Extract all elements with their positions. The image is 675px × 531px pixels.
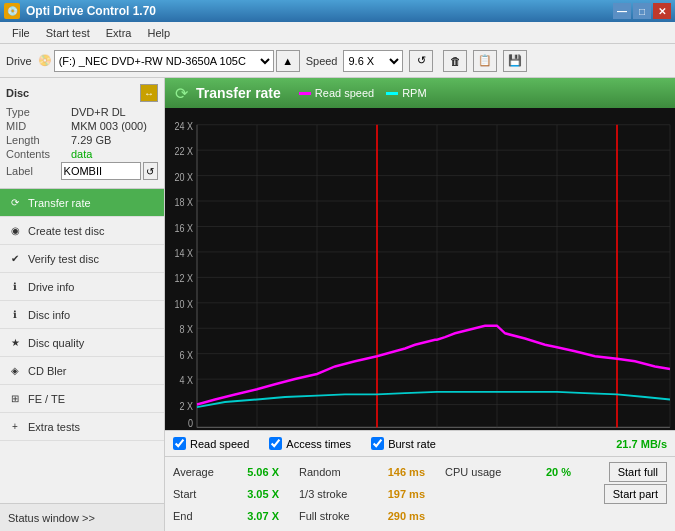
- fullstroke-label: Full stroke: [299, 510, 369, 522]
- disc-label-input[interactable]: [61, 162, 141, 180]
- disc-label-refresh-button[interactable]: ↺: [143, 162, 158, 180]
- burst-rate-checkbox[interactable]: [371, 437, 384, 450]
- chart-area: 24 X 22 X 20 X 18 X 16 X 14 X 12 X 10 X …: [165, 108, 675, 430]
- stats-row-3: End 3.07 X Full stroke 290 ms: [173, 505, 667, 527]
- burst-rate-checkbox-label: Burst rate: [388, 438, 436, 450]
- close-button[interactable]: ✕: [653, 3, 671, 19]
- menu-file[interactable]: File: [4, 25, 38, 41]
- disc-type-label: Type: [6, 106, 71, 118]
- svg-text:8 X: 8 X: [180, 323, 194, 335]
- stroke13-col: 1/3 stroke 197 ms: [299, 488, 425, 500]
- svg-text:10 X: 10 X: [175, 298, 194, 310]
- cpu-label: CPU usage: [445, 466, 525, 478]
- svg-text:0: 0: [188, 417, 193, 429]
- end-value: 3.07 X: [229, 510, 279, 522]
- drive-label: Drive: [6, 55, 32, 67]
- svg-text:14 X: 14 X: [175, 247, 194, 259]
- disc-info-icon: ℹ: [8, 308, 22, 322]
- nav-transfer-rate-label: Transfer rate: [28, 197, 91, 209]
- nav-verify-test-disc-label: Verify test disc: [28, 253, 99, 265]
- disc-length-row: Length 7.29 GB: [6, 134, 158, 146]
- refresh-button[interactable]: ↺: [409, 50, 433, 72]
- read-speed-checkbox-group: Read speed: [173, 437, 249, 450]
- average-value: 5.06 X: [229, 466, 279, 478]
- nav-item-transfer-rate[interactable]: ⟳ Transfer rate: [0, 189, 164, 217]
- disc-length-label: Length: [6, 134, 71, 146]
- rpm-legend-color: [386, 92, 398, 95]
- chart-svg: 24 X 22 X 20 X 18 X 16 X 14 X 12 X 10 X …: [165, 112, 675, 430]
- status-window-button[interactable]: Status window >>: [0, 503, 164, 531]
- drive-info-icon: ℹ: [8, 280, 22, 294]
- menu-extra[interactable]: Extra: [98, 25, 140, 41]
- access-times-checkbox-label: Access times: [286, 438, 351, 450]
- disc-contents-label: Contents: [6, 148, 71, 160]
- access-times-checkbox[interactable]: [269, 437, 282, 450]
- status-window-label: Status window >>: [8, 512, 95, 524]
- start-full-button[interactable]: Start full: [609, 462, 667, 482]
- chart-title: Transfer rate: [196, 85, 281, 101]
- disc-length-value: 7.29 GB: [71, 134, 111, 146]
- disc-arrow-button[interactable]: ↔: [140, 84, 158, 102]
- stats-row-2: Start 3.05 X 1/3 stroke 197 ms Start par…: [173, 483, 667, 505]
- nav-drive-info-label: Drive info: [28, 281, 74, 293]
- nav-item-extra-tests[interactable]: + Extra tests: [0, 413, 164, 441]
- legend-rpm: RPM: [386, 87, 426, 99]
- start-label: Start: [173, 488, 223, 500]
- svg-text:2 X: 2 X: [180, 400, 194, 412]
- rpm-legend-label: RPM: [402, 87, 426, 99]
- stroke13-label: 1/3 stroke: [299, 488, 369, 500]
- svg-text:6 X: 6 X: [180, 349, 194, 361]
- nav-disc-quality-label: Disc quality: [28, 337, 84, 349]
- end-label: End: [173, 510, 223, 522]
- content-area: ⟳ Transfer rate Read speed RPM: [165, 78, 675, 531]
- fe-te-icon: ⊞: [8, 392, 22, 406]
- cpu-value: 20 %: [531, 466, 571, 478]
- nav-item-create-test-disc[interactable]: ◉ Create test disc: [0, 217, 164, 245]
- maximize-button[interactable]: □: [633, 3, 651, 19]
- nav-item-drive-info[interactable]: ℹ Drive info: [0, 273, 164, 301]
- sidebar: Disc ↔ Type DVD+R DL MID MKM 003 (000) L…: [0, 78, 165, 531]
- disc-type-value: DVD+R DL: [71, 106, 126, 118]
- menu-help[interactable]: Help: [139, 25, 178, 41]
- save-button[interactable]: 💾: [503, 50, 527, 72]
- stroke13-value: 197 ms: [375, 488, 425, 500]
- main-area: Disc ↔ Type DVD+R DL MID MKM 003 (000) L…: [0, 78, 675, 531]
- chart-legend: Read speed RPM: [299, 87, 427, 99]
- disc-mid-value: MKM 003 (000): [71, 120, 147, 132]
- speed-select[interactable]: 9.6 X: [343, 50, 403, 72]
- chart-icon: ⟳: [175, 84, 188, 103]
- nav-item-disc-quality[interactable]: ★ Disc quality: [0, 329, 164, 357]
- read-speed-checkbox[interactable]: [173, 437, 186, 450]
- cpu-col: CPU usage 20 %: [445, 466, 571, 478]
- disc-label-label: Label: [6, 165, 61, 177]
- menubar: File Start test Extra Help: [0, 22, 675, 44]
- disc-panel: Disc ↔ Type DVD+R DL MID MKM 003 (000) L…: [0, 78, 164, 189]
- read-speed-legend-label: Read speed: [315, 87, 374, 99]
- nav-fe-te-label: FE / TE: [28, 393, 65, 405]
- svg-text:24 X: 24 X: [175, 120, 194, 132]
- nav-item-verify-test-disc[interactable]: ✔ Verify test disc: [0, 245, 164, 273]
- menu-start-test[interactable]: Start test: [38, 25, 98, 41]
- svg-text:18 X: 18 X: [175, 196, 194, 208]
- nav-item-fe-te[interactable]: ⊞ FE / TE: [0, 385, 164, 413]
- drive-select[interactable]: (F:) _NEC DVD+-RW ND-3650A 105C: [54, 50, 274, 72]
- nav-item-cd-bler[interactable]: ◈ CD Bler: [0, 357, 164, 385]
- extra-tests-icon: +: [8, 420, 22, 434]
- svg-text:4 X: 4 X: [180, 374, 194, 386]
- random-label: Random: [299, 466, 369, 478]
- disc-mid-label: MID: [6, 120, 71, 132]
- start-col: Start 3.05 X: [173, 488, 279, 500]
- disc-contents-value: data: [71, 148, 92, 160]
- access-times-checkbox-group: Access times: [269, 437, 351, 450]
- eject-button[interactable]: ▲: [276, 50, 300, 72]
- nav-item-disc-info[interactable]: ℹ Disc info: [0, 301, 164, 329]
- read-speed-legend-color: [299, 92, 311, 95]
- transfer-rate-icon: ⟳: [8, 196, 22, 210]
- fullstroke-value: 290 ms: [375, 510, 425, 522]
- burst-rate-checkbox-group: Burst rate: [371, 437, 436, 450]
- minimize-button[interactable]: —: [613, 3, 631, 19]
- copy-button[interactable]: 📋: [473, 50, 497, 72]
- nav-disc-info-label: Disc info: [28, 309, 70, 321]
- start-part-button[interactable]: Start part: [604, 484, 667, 504]
- erase-button[interactable]: 🗑: [443, 50, 467, 72]
